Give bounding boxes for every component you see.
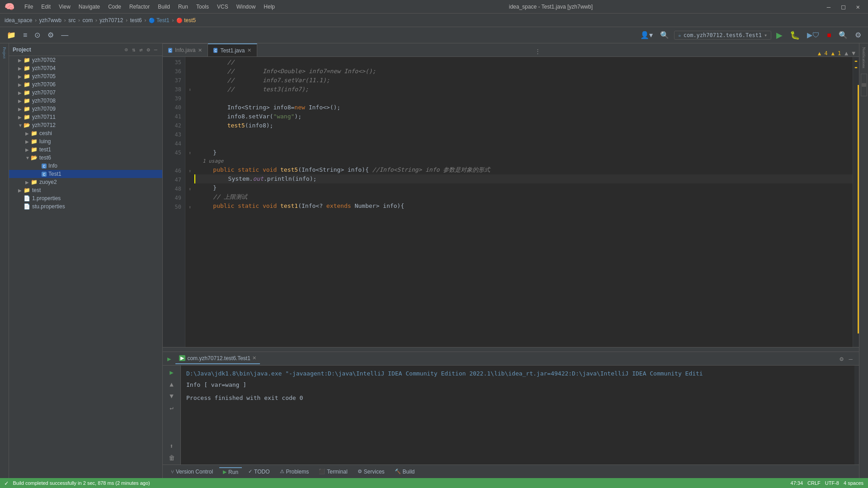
horizontal-scrollbar[interactable]	[163, 347, 859, 352]
bottom-tab-terminal[interactable]: ⬛ Terminal	[315, 468, 351, 476]
panel-action-settings[interactable]: ⚙	[146, 46, 151, 53]
run-tab-active[interactable]: ▶ com.yzh70712.test6.Test1 ✕	[175, 353, 259, 364]
gutter-38[interactable]: ⬇	[185, 85, 194, 94]
run-minimize-icon[interactable]: —	[847, 354, 854, 363]
code-content[interactable]: // // Info<Double> info7=new Info<>(); /…	[194, 57, 853, 347]
tree-item-ceshi[interactable]: ▶ 📁 ceshi	[9, 129, 162, 137]
minimize-panel-button[interactable]: —	[59, 30, 71, 40]
run-configuration[interactable]: ☕ com.yzh70712.test6.Test1 ▾	[674, 31, 771, 40]
close-button[interactable]: ✕	[853, 2, 863, 11]
run-button[interactable]: ▶	[774, 29, 785, 41]
breadcrumb-com[interactable]: com	[82, 17, 93, 23]
maximize-button[interactable]: □	[838, 2, 849, 11]
menu-build[interactable]: Build	[154, 3, 174, 11]
run-tab-close[interactable]: ✕	[252, 355, 256, 361]
debug-button[interactable]: 🐛	[788, 29, 802, 41]
menu-help[interactable]: Help	[260, 3, 278, 11]
run-settings-icon[interactable]: ⚙	[838, 354, 845, 363]
tree-item-luing[interactable]: ▶ 📁 luing	[9, 137, 162, 145]
breadcrumb-src[interactable]: src	[68, 17, 75, 23]
coverage-button[interactable]: ▶🛡	[805, 30, 822, 40]
line-ending[interactable]: CRLF	[807, 480, 821, 486]
bottom-tab-problems[interactable]: ⚠ Problems	[276, 468, 313, 476]
project-icon[interactable]: Project	[1, 45, 8, 61]
menu-edit[interactable]: Edit	[38, 3, 54, 11]
tree-item-1-properties[interactable]: 📄 1.properties	[9, 194, 162, 202]
run-play-btn[interactable]: ▶	[168, 367, 175, 377]
breadcrumb-test1[interactable]: 🔵 Test1	[149, 17, 170, 23]
indent-size[interactable]: 4 spaces	[844, 480, 863, 486]
menu-code[interactable]: Code	[104, 3, 125, 11]
tree-item-test[interactable]: ▶ 📁 test	[9, 186, 162, 194]
panel-action-locate[interactable]: ⊙	[123, 46, 129, 53]
stop-button[interactable]: ■	[825, 30, 834, 40]
tree-item-test1-class[interactable]: c Test1	[9, 170, 162, 178]
run-filter-btn[interactable]: ⬆	[168, 441, 175, 451]
tree-item-yzh70709[interactable]: ▶ 📁 yzh70709	[9, 105, 162, 113]
gutter-46[interactable]: ⬆	[185, 166, 194, 175]
build-status-message[interactable]: Build completed successfully in 2 sec, 8…	[13, 480, 150, 486]
run-scrollbar[interactable]	[854, 366, 859, 465]
scroll-up-btn[interactable]: ▲	[844, 50, 848, 56]
breadcrumb-test5[interactable]: 🔴 test5	[176, 17, 196, 23]
run-trash-btn[interactable]: 🗑	[167, 453, 176, 463]
gutter-48[interactable]: ⬆	[185, 184, 194, 193]
menu-refactor[interactable]: Refactor	[126, 3, 153, 11]
menu-window[interactable]: Window	[233, 3, 259, 11]
tab-test1-java[interactable]: c Test1.java ✕	[208, 43, 257, 56]
search-button[interactable]: 🔍	[836, 30, 850, 40]
breadcrumb-yzh7wwb[interactable]: yzh7wwb	[39, 17, 61, 23]
tab-overflow-menu[interactable]: ⋮	[531, 46, 544, 56]
run-scroll-up-btn[interactable]: ▲	[168, 379, 175, 389]
bottom-tab-build[interactable]: 🔨 Build	[391, 468, 419, 476]
project-tree-button[interactable]: 📁	[5, 30, 18, 40]
tab-close-test1[interactable]: ✕	[247, 47, 251, 53]
bottom-tab-run[interactable]: ▶ Run	[219, 467, 242, 476]
bottom-tab-services[interactable]: ⚙ Services	[354, 468, 388, 476]
tree-item-yzh70711[interactable]: ▶ 📁 yzh70711	[9, 113, 162, 121]
panel-action-expand[interactable]: ⇅	[131, 46, 137, 53]
locate-file-button[interactable]: ⊙	[32, 30, 42, 40]
panel-action-collapse[interactable]: ⇄	[138, 46, 144, 53]
menu-navigate[interactable]: Navigate	[75, 3, 104, 11]
minimize-button[interactable]: —	[823, 2, 834, 11]
scroll-down-btn[interactable]: ▼	[852, 50, 855, 56]
panel-action-minimize[interactable]: —	[153, 46, 159, 53]
tree-item-zuoye2[interactable]: ▶ 📁 zuoye2	[9, 178, 162, 186]
tab-info-java[interactable]: c Info.java ✕	[163, 43, 208, 56]
settings2-button[interactable]: ⚙	[853, 30, 863, 40]
tree-item-yzh70706[interactable]: ▶ 📁 yzh70706	[9, 80, 162, 89]
collapse-all-button[interactable]: ≡	[21, 30, 29, 40]
breadcrumb-test6[interactable]: test6	[130, 17, 142, 23]
breadcrumb-yzh70712[interactable]: yzh70712	[99, 17, 123, 23]
notifications-icon[interactable]: Notifications	[861, 45, 867, 70]
git-button[interactable]: 👤▾	[638, 30, 655, 40]
menu-file[interactable]: File	[21, 3, 37, 11]
run-wrap-btn[interactable]: ↵	[168, 403, 175, 413]
tree-item-test6[interactable]: ▼ 📂 test6	[9, 154, 162, 162]
tree-item-yzh70704[interactable]: ▶ 📁 yzh70704	[9, 64, 162, 72]
notification-scroll-thumb[interactable]	[861, 74, 867, 96]
breadcrumb-idea-space[interactable]: idea_space	[5, 17, 32, 23]
settings-button[interactable]: ⚙	[45, 30, 56, 40]
menu-vcs[interactable]: VCS	[213, 3, 232, 11]
tree-item-yzh70705[interactable]: ▶ 📁 yzh70705	[9, 72, 162, 80]
tab-close-info[interactable]: ✕	[198, 47, 202, 53]
bottom-tab-todo[interactable]: ✓ TODO	[245, 468, 273, 476]
tree-item-stu-properties[interactable]: 📄 stu.properties	[9, 202, 162, 211]
search-everywhere-button[interactable]: 🔍	[658, 30, 671, 40]
tree-item-test1[interactable]: ▶ 📁 test1	[9, 145, 162, 154]
tree-item-yzh70707[interactable]: ▶ 📁 yzh70707	[9, 89, 162, 97]
cursor-position[interactable]: 47:34	[791, 480, 803, 486]
tree-item-yzh70708[interactable]: ▶ 📁 yzh70708	[9, 97, 162, 105]
tree-item-yzh70712[interactable]: ▼ 📂 yzh70712	[9, 121, 162, 129]
menu-view[interactable]: View	[55, 3, 74, 11]
tree-item-info[interactable]: c Info	[9, 162, 162, 170]
menu-tools[interactable]: Tools	[193, 3, 212, 11]
right-scroll-track[interactable]	[853, 85, 859, 333]
run-scroll-down-btn[interactable]: ▼	[168, 391, 175, 401]
menu-run[interactable]: Run	[175, 3, 192, 11]
bottom-tab-version-control[interactable]: ⑂ Version Control	[167, 468, 217, 476]
tree-item-yzh70702[interactable]: ▶ 📁 yzh70702	[9, 56, 162, 64]
run-config-dropdown[interactable]: ▾	[764, 32, 767, 38]
